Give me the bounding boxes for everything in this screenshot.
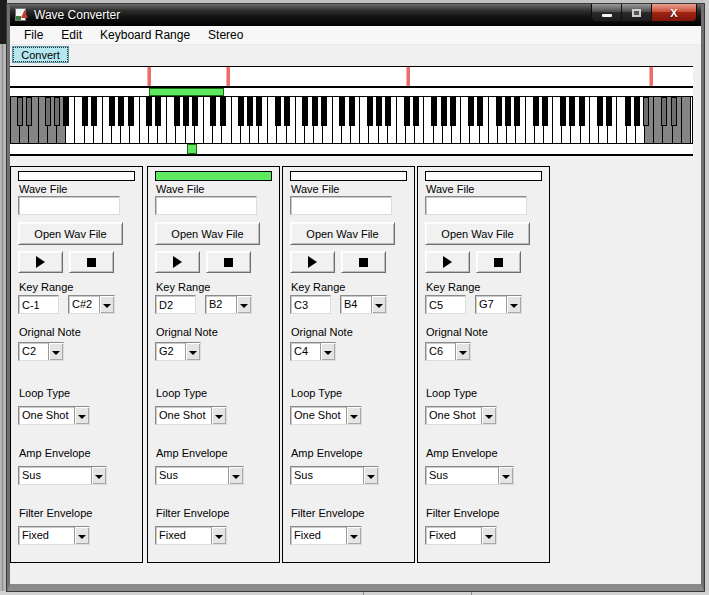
play-button[interactable] [425, 251, 470, 273]
menu-item-edit[interactable]: Edit [52, 26, 91, 44]
loop-type-dropdown[interactable]: One Shot [290, 406, 362, 425]
zone-split-strip[interactable] [10, 66, 693, 88]
white-key[interactable] [682, 97, 691, 143]
black-key[interactable] [302, 97, 308, 126]
key-range-high-dropdown[interactable]: C#2 [68, 295, 115, 314]
black-key[interactable] [91, 97, 97, 126]
dropdown-button[interactable] [74, 527, 89, 544]
piano-keyboard[interactable] [10, 96, 693, 144]
black-key[interactable] [597, 97, 603, 126]
amp-envelope-dropdown[interactable]: Sus [425, 466, 514, 485]
black-key[interactable] [404, 97, 410, 126]
panel-header-indicator[interactable] [425, 171, 542, 181]
wave-file-input[interactable] [290, 196, 392, 215]
dropdown-button[interactable] [228, 467, 243, 484]
black-key[interactable] [413, 97, 419, 126]
black-key[interactable] [220, 97, 226, 126]
loop-type-dropdown[interactable]: One Shot [18, 406, 90, 425]
dropdown-button[interactable] [346, 527, 361, 544]
dropdown-button[interactable] [74, 407, 89, 424]
black-key[interactable] [174, 97, 180, 126]
dropdown-button[interactable] [99, 296, 114, 313]
black-key[interactable] [183, 97, 189, 126]
black-key[interactable] [661, 97, 667, 126]
menu-item-file[interactable]: File [15, 26, 52, 44]
black-key[interactable] [146, 97, 152, 126]
dropdown-button[interactable] [498, 467, 513, 484]
black-key[interactable] [450, 97, 456, 126]
open-wav-file-button[interactable]: Open Wav File [290, 222, 395, 245]
original-note-dropdown[interactable]: C6 [425, 342, 471, 361]
panel-header-indicator[interactable] [18, 171, 135, 181]
amp-envelope-dropdown[interactable]: Sus [155, 466, 244, 485]
minimize-button[interactable] [592, 4, 622, 21]
zone-split-marker[interactable] [147, 67, 151, 86]
panel-header-indicator[interactable] [290, 171, 407, 181]
key-range-low-input[interactable] [18, 295, 59, 314]
black-key[interactable] [606, 97, 612, 126]
original-note-dropdown[interactable]: G2 [155, 342, 201, 361]
black-key[interactable] [118, 97, 124, 126]
amp-envelope-dropdown[interactable]: Sus [290, 466, 379, 485]
close-button[interactable]: X [652, 4, 696, 21]
loop-type-dropdown[interactable]: One Shot [155, 406, 227, 425]
filter-envelope-dropdown[interactable]: Fixed [290, 526, 362, 545]
black-key[interactable] [82, 97, 88, 126]
black-key[interactable] [247, 97, 253, 126]
original-note-dropdown[interactable]: C2 [18, 342, 64, 361]
dropdown-button[interactable] [346, 407, 361, 424]
black-key[interactable] [625, 97, 631, 126]
dropdown-button[interactable] [91, 467, 106, 484]
dropdown-button[interactable] [481, 527, 496, 544]
key-range-low-input[interactable] [155, 295, 196, 314]
play-button[interactable] [18, 251, 63, 273]
black-key[interactable] [26, 97, 32, 126]
dropdown-button[interactable] [481, 407, 496, 424]
dropdown-button[interactable] [211, 407, 226, 424]
black-key[interactable] [477, 97, 483, 126]
panel-header-indicator[interactable] [155, 171, 272, 181]
black-key[interactable] [63, 97, 69, 126]
amp-envelope-dropdown[interactable]: Sus [18, 466, 107, 485]
menu-item-stereo[interactable]: Stereo [199, 26, 252, 44]
dropdown-button[interactable] [455, 343, 470, 360]
black-key[interactable] [385, 97, 391, 126]
stop-button[interactable] [476, 251, 521, 273]
key-range-low-input[interactable] [290, 295, 331, 314]
black-key[interactable] [533, 97, 539, 126]
dropdown-button[interactable] [363, 467, 378, 484]
zone-split-marker[interactable] [406, 67, 410, 86]
black-key[interactable] [284, 97, 290, 126]
menu-item-keyboard-range[interactable]: Keyboard Range [91, 26, 199, 44]
key-range-low-input[interactable] [425, 295, 466, 314]
black-key[interactable] [339, 97, 345, 126]
open-wav-file-button[interactable]: Open Wav File [425, 222, 530, 245]
black-key[interactable] [192, 97, 198, 126]
filter-envelope-dropdown[interactable]: Fixed [155, 526, 227, 545]
black-key[interactable] [560, 97, 566, 126]
key-range-high-dropdown[interactable]: B4 [340, 295, 387, 314]
play-button[interactable] [155, 251, 200, 273]
black-key[interactable] [275, 97, 281, 126]
loop-type-dropdown[interactable]: One Shot [425, 406, 497, 425]
dropdown-button[interactable] [185, 343, 200, 360]
black-key[interactable] [634, 97, 640, 126]
dropdown-button[interactable] [371, 296, 386, 313]
black-key[interactable] [441, 97, 447, 126]
black-key[interactable] [54, 97, 60, 126]
black-key[interactable] [569, 97, 575, 126]
dropdown-button[interactable] [320, 343, 335, 360]
black-key[interactable] [238, 97, 244, 126]
filter-envelope-dropdown[interactable]: Fixed [18, 526, 90, 545]
stop-button[interactable] [341, 251, 386, 273]
black-key[interactable] [210, 97, 216, 126]
stop-button[interactable] [69, 251, 114, 273]
stop-button[interactable] [206, 251, 251, 273]
black-key[interactable] [643, 97, 649, 126]
dropdown-button[interactable] [48, 343, 63, 360]
zone-split-marker[interactable] [226, 67, 230, 86]
black-key[interactable] [496, 97, 502, 126]
black-key[interactable] [321, 97, 327, 126]
black-key[interactable] [514, 97, 520, 126]
black-key[interactable] [579, 97, 585, 126]
